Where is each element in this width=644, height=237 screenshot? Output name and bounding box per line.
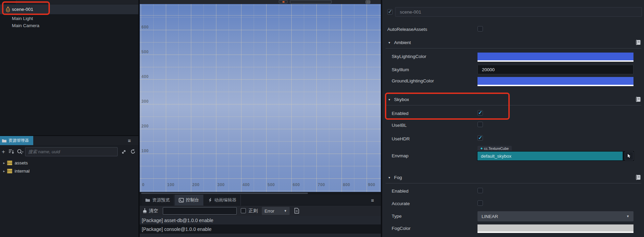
assets-menu-icon[interactable]: ≡ [128,138,131,143]
property-label: Enabled [392,189,409,194]
asset-folder-internal[interactable]: ▸ internal [0,167,138,175]
pick-asset-button[interactable] [625,152,633,160]
grid-label-x: 600 [293,182,300,187]
section-title: Skybox [394,97,409,102]
search-icon[interactable] [17,149,24,155]
gizmo-control[interactable] [279,0,288,3]
hierarchy-item-main-light[interactable]: Main Light [0,15,138,22]
scene-horizontal-scrollbar[interactable] [140,192,381,195]
alpha-strip [477,60,633,62]
grid-toggle-icon[interactable] [366,0,370,4]
chevron-right-icon[interactable]: ▸ [2,169,6,173]
asset-folder-assets[interactable]: ▸ assets [0,159,138,166]
envmap-asset-slot[interactable]: default_skybox [476,151,635,161]
log-text: [Package] asset-db@1.0.0 enable [142,218,213,223]
fog-color-swatch[interactable] [477,224,633,233]
help-doc-icon[interactable] [636,40,641,45]
tab-asset-preview[interactable]: 资源预览 [141,195,174,205]
grid-label-y: 300 [141,99,149,104]
grid-label-x: 900 [368,182,375,187]
add-asset-icon[interactable]: + [2,149,5,155]
console-filter-input[interactable] [163,207,237,215]
section-ambient[interactable]: ▾ Ambient [387,40,411,45]
section-fog[interactable]: ▾ Fog [387,175,402,180]
scene-name-field[interactable]: scene-001 [395,7,642,17]
hierarchy-item-scene-001[interactable]: ▾ scene-001 [0,4,138,14]
hierarchy-item-main-camera[interactable]: Main Camera [0,22,138,29]
clear-broom-icon[interactable] [142,208,148,214]
tab-console[interactable]: 控制台 [174,195,203,205]
chevron-down-icon[interactable]: ▾ [1,7,5,11]
assets-toolbar: + [0,146,138,157]
sky-illum-input[interactable]: 20000 [477,65,633,74]
scene-name-value: scene-001 [400,9,421,15]
tab-label: 资源管理器 [8,138,29,143]
section-skybox[interactable]: ▾ Skybox [387,97,409,102]
scrollbar-thumb[interactable] [141,193,308,194]
editor-window: ▾ scene-001 Main Light Main Camera 资源管理器… [0,0,644,237]
property-label: GroundLightingColor [392,78,434,83]
fog-type-dropdown[interactable]: LINEAR ▼ [477,211,633,221]
help-doc-icon[interactable] [636,175,641,180]
log-entry[interactable]: [Package] asset-db@1.0.0 enable [140,216,381,224]
log-level-value: Error [265,209,274,214]
scene-viewport[interactable]: 0100200300400500600700800900 60050040030… [140,4,381,192]
scene-toolbar-strip [140,0,381,4]
alpha-strip [477,85,633,86]
hierarchy-tab-seam [0,0,16,4]
folder-icon [145,198,150,202]
ground-lighting-color-swatch[interactable] [477,77,633,86]
expand-all-icon[interactable] [121,149,127,155]
property-label: Accurate [392,201,410,206]
chevron-down-icon: ▾ [387,176,391,179]
clear-button[interactable]: 清空 [149,208,158,214]
log-level-dropdown[interactable]: Error ▼ [262,207,290,215]
chevron-down-icon: ▼ [284,209,287,213]
grid-label-x: 500 [268,182,275,187]
chevron-down-icon: ▼ [626,215,629,218]
sky-illum-value: 20000 [482,67,495,72]
grid-label-x: 300 [217,182,225,187]
cursor-pick-icon [627,154,631,158]
grid-label-y: 500 [141,50,149,54]
gizmo-axis-dot [282,1,285,3]
scene-view-control[interactable] [290,0,332,4]
grid-label-x: 800 [343,182,350,187]
chevron-right-icon[interactable]: ▸ [2,161,6,165]
grid-label-y: 100 [141,149,149,153]
envmap-asset-value[interactable]: default_skybox [477,152,623,160]
tab-label: 资源预览 [152,197,170,203]
property-label: FogColor [392,226,411,231]
help-doc-icon[interactable] [636,97,641,102]
log-file-icon[interactable] [294,208,299,214]
regex-checkbox[interactable] [241,208,246,213]
inspector-panel: scene-001 AutoReleaseAssets ▾ Ambient Sk… [382,0,644,237]
use-hdr-checkbox[interactable] [477,135,483,141]
fog-enabled-checkbox[interactable] [477,188,483,193]
sort-icon[interactable] [8,149,15,155]
fog-type-value: LINEAR [482,214,498,219]
console-menu-icon[interactable]: ≡ [371,198,374,203]
database-icon [7,169,13,174]
chevron-down-icon: ▾ [387,98,391,101]
use-ibl-checkbox[interactable] [477,122,483,127]
asset-search-input[interactable] [25,147,118,156]
skybox-enabled-checkbox[interactable] [477,110,483,116]
fog-accurate-checkbox[interactable] [477,200,483,206]
sky-lighting-color-swatch[interactable] [477,53,633,62]
log-entry[interactable]: [Package] console@1.0.0 enable [140,224,381,234]
auto-release-checkbox[interactable] [477,26,483,32]
console-panel: 资源预览 控制台 动画编辑器 ≡ [140,195,381,237]
asset-type-icon: ◆ [481,147,483,150]
tab-animation-editor[interactable]: 动画编辑器 [203,195,241,205]
refresh-icon[interactable] [130,149,136,155]
property-label: UseHDR [392,136,410,141]
color-value [477,224,633,232]
assets-panel: 资源管理器 ≡ + ▸ [0,136,138,237]
tab-assets-manager[interactable]: 资源管理器 [0,136,33,145]
color-value [477,53,633,60]
alpha-strip [477,232,633,233]
color-value [477,77,633,85]
scene-enabled-checkbox[interactable] [387,9,393,15]
property-label: Enabled [392,111,409,116]
